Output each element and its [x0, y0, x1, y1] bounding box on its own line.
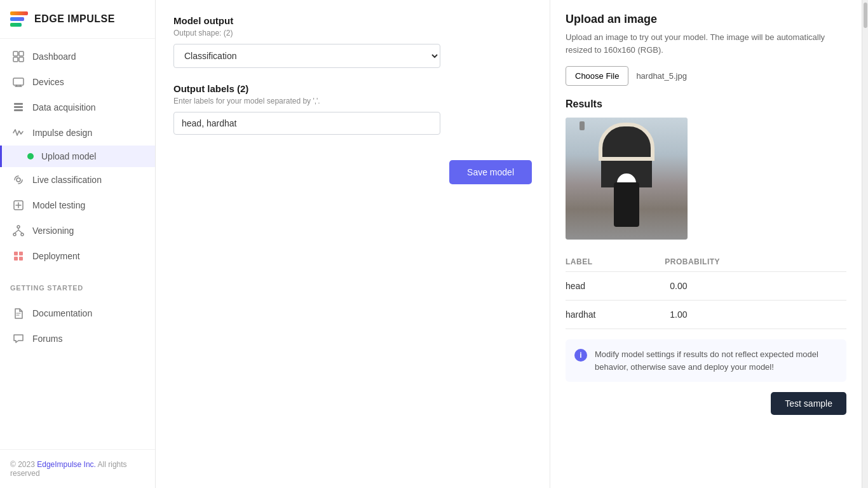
output-labels-description: Enter labels for your model separated by… — [173, 97, 532, 105]
sidebar-item-label: Dashboard — [32, 51, 76, 62]
results-title: Results — [566, 98, 846, 110]
svg-rect-6 — [14, 106, 23, 108]
svg-rect-14 — [19, 252, 23, 255]
result-label-hardhat: hardhat — [566, 301, 665, 329]
result-label-head: head — [566, 272, 665, 301]
center-panel: Model output Output shape: (2) Classific… — [156, 0, 550, 488]
sidebar-item-live-classification[interactable]: Live classification — [0, 167, 155, 193]
choose-file-button[interactable]: Choose File — [566, 66, 628, 86]
logo-text: EDGE IMPULSE — [34, 13, 115, 25]
result-row-head: head 0.00 — [566, 272, 846, 301]
sample-image — [566, 118, 688, 240]
svg-rect-13 — [14, 252, 18, 255]
sidebar-item-label: Forums — [32, 334, 62, 344]
model-output-label: Model output — [173, 15, 532, 26]
model-output-sub: Output shape: (2) — [173, 29, 532, 37]
live-icon — [12, 173, 25, 186]
devices-icon — [12, 76, 25, 88]
sidebar-item-label: Versioning — [32, 226, 74, 236]
svg-rect-16 — [19, 257, 23, 261]
scrollbar-thumb[interactable] — [864, 3, 867, 28]
svg-rect-1 — [19, 51, 24, 56]
svg-rect-2 — [13, 57, 18, 62]
nav-section-getting-started: Documentation Forums — [0, 295, 155, 356]
docs-icon — [12, 307, 25, 320]
logo-icon — [10, 11, 28, 27]
sidebar-item-label: Model testing — [32, 200, 85, 210]
getting-started-label: GETTING STARTED — [0, 274, 155, 295]
upload-desc: Upload an image to try out your model. T… — [566, 31, 846, 56]
sidebar-item-label: Devices — [32, 77, 64, 87]
sidebar-item-deployment[interactable]: Deployment — [0, 243, 155, 269]
sidebar-item-model-testing[interactable]: Model testing — [0, 193, 155, 218]
info-box: i Modify model settings if results do no… — [566, 339, 846, 382]
active-dot-icon — [27, 153, 34, 159]
deployment-icon — [12, 250, 25, 262]
sidebar-item-devices[interactable]: Devices — [0, 69, 155, 95]
main-content: Model output Output shape: (2) Classific… — [156, 0, 868, 488]
sidebar-item-documentation[interactable]: Documentation — [0, 301, 155, 326]
sidebar-item-forums[interactable]: Forums — [0, 326, 155, 351]
model-output-select[interactable]: ClassificationRegressionObject Detection — [173, 44, 440, 68]
result-prob-head: 0.00 — [665, 272, 846, 301]
sidebar-item-data-acquisition[interactable]: Data acquisition — [0, 95, 155, 120]
right-panel: Upload an image Upload an image to try o… — [550, 0, 862, 488]
svg-point-12 — [21, 233, 24, 236]
test-sample-button[interactable]: Test sample — [771, 392, 846, 415]
model-output-field: Model output Output shape: (2) Classific… — [173, 15, 532, 68]
sidebar-item-label: Live classification — [32, 175, 102, 185]
output-labels-input[interactable] — [173, 112, 440, 135]
svg-point-11 — [13, 233, 16, 236]
sidebar-item-label: Deployment — [32, 251, 80, 261]
sidebar-item-versioning[interactable]: Versioning — [0, 218, 155, 243]
scrollbar — [862, 0, 868, 488]
forums-icon — [12, 332, 25, 345]
sidebar-logo: EDGE IMPULSE — [0, 0, 155, 39]
copyright: © 2023 — [10, 460, 35, 469]
info-message: Modify model settings if results do not … — [595, 348, 837, 373]
dashboard-icon — [12, 50, 25, 63]
svg-rect-15 — [14, 257, 18, 261]
sidebar-item-label: Impulse design — [32, 128, 92, 138]
svg-rect-5 — [14, 103, 23, 105]
sidebar: EDGE IMPULSE Dashboard Dev — [0, 0, 156, 488]
upload-title: Upload an image — [566, 13, 846, 26]
testing-icon — [12, 199, 25, 212]
data-icon — [12, 101, 25, 114]
chosen-file-name: hardhat_5.jpg — [636, 71, 687, 81]
svg-rect-3 — [19, 57, 24, 62]
sidebar-item-label: Documentation — [32, 308, 92, 318]
result-prob-hardhat: 1.00 — [665, 301, 846, 329]
sidebar-item-upload-model[interactable]: Upload model — [0, 146, 155, 167]
nav-section-main: Dashboard Devices Data acquisition — [0, 39, 155, 274]
sidebar-item-dashboard[interactable]: Dashboard — [0, 44, 155, 69]
file-input-row: Choose File hardhat_5.jpg — [566, 66, 846, 86]
svg-point-10 — [17, 226, 20, 228]
footer: © 2023 EdgeImpulse Inc. All rights reser… — [0, 449, 155, 488]
sidebar-item-impulse-design[interactable]: Impulse design — [0, 120, 155, 146]
impulse-icon — [12, 126, 25, 139]
sidebar-item-label: Data acquisition — [32, 102, 96, 112]
svg-rect-4 — [13, 78, 24, 85]
col-probability-header: PROBABILITY — [665, 252, 846, 272]
svg-rect-0 — [13, 51, 18, 56]
results-table: LABEL PROBABILITY head 0.00 hardhat 1.00 — [566, 252, 846, 329]
output-labels-field: Output labels (2) Enter labels for your … — [173, 83, 532, 135]
sidebar-item-label: Upload model — [41, 151, 96, 161]
svg-rect-7 — [14, 109, 23, 111]
versioning-icon — [12, 224, 25, 237]
save-model-button[interactable]: Save model — [449, 160, 532, 184]
col-label-header: LABEL — [566, 252, 665, 272]
svg-point-8 — [17, 178, 20, 182]
company-link[interactable]: EdgeImpulse Inc. — [37, 460, 96, 469]
result-row-hardhat: hardhat 1.00 — [566, 301, 846, 329]
output-labels-label: Output labels (2) — [173, 83, 532, 94]
info-icon: i — [574, 349, 587, 362]
